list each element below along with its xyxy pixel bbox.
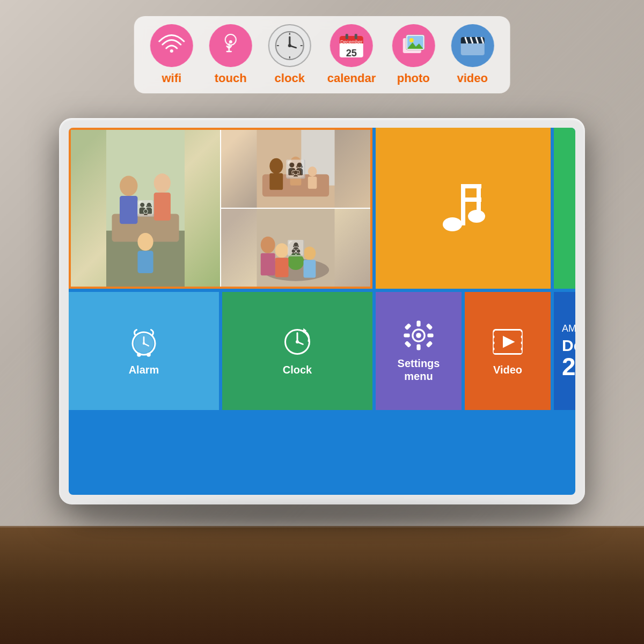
svg-rect-62	[477, 184, 481, 221]
tile-music[interactable]	[376, 128, 551, 289]
svg-rect-93	[427, 333, 433, 337]
svg-text:December: December	[340, 39, 363, 45]
feature-wifi[interactable]: wifi	[150, 24, 193, 85]
svg-point-35	[290, 157, 302, 170]
tile-clock[interactable]: Clock	[222, 292, 372, 410]
weather-sun-cloud-icon	[570, 136, 575, 200]
svg-point-5	[288, 44, 291, 47]
tile-video[interactable]: Video	[465, 292, 551, 410]
photo-label: photo	[397, 71, 430, 85]
svg-rect-90	[416, 320, 420, 326]
svg-text:25: 25	[346, 48, 357, 58]
svg-point-80	[143, 342, 145, 345]
photo-icon	[399, 32, 427, 60]
photo-cell-1	[221, 130, 370, 208]
settings-gear-icon	[402, 319, 435, 352]
svg-rect-38	[308, 177, 317, 189]
svg-rect-95	[426, 323, 433, 330]
svg-point-53	[304, 246, 316, 260]
svg-point-33	[269, 158, 283, 174]
svg-rect-103	[518, 332, 522, 336]
weather-icon-container	[554, 136, 575, 200]
wifi-icon	[158, 32, 185, 59]
datetime-day: 25	[562, 354, 575, 379]
svg-rect-99	[494, 332, 498, 336]
svg-rect-52	[275, 258, 289, 277]
features-strip: wifi touch clock	[134, 16, 510, 93]
video-clapboard-icon	[458, 32, 486, 60]
tile-settings[interactable]: Settings menu	[376, 292, 462, 410]
family-photo-1	[221, 130, 370, 208]
calendar-icon: 25 December	[338, 32, 365, 60]
svg-point-46	[137, 233, 153, 251]
svg-point-50	[287, 253, 304, 270]
svg-rect-101	[494, 344, 498, 348]
svg-rect-16	[355, 34, 357, 39]
clock-label: clock	[275, 71, 305, 85]
family-photo-2	[71, 130, 220, 287]
tile-datetime[interactable]: AM 9:00 December 25	[554, 292, 575, 410]
tablet-device: Weather forecast Alarm	[59, 118, 585, 504]
svg-point-86	[296, 340, 299, 343]
calendar-icon-circle: 25 December	[330, 24, 373, 67]
svg-rect-36	[290, 170, 302, 186]
feature-touch[interactable]: touch	[209, 24, 252, 85]
svg-rect-45	[154, 193, 171, 221]
tile-weather[interactable]: Weather forecast	[554, 128, 575, 289]
datetime-time: AM 9:00	[562, 323, 575, 334]
svg-rect-59	[461, 184, 465, 225]
touch-icon-circle	[209, 24, 252, 67]
feature-photo[interactable]: photo	[392, 24, 435, 85]
tablet-screen: Weather forecast Alarm	[69, 128, 575, 495]
clock-tile-icon	[281, 326, 313, 358]
svg-point-89	[416, 333, 421, 338]
music-note-icon	[428, 173, 498, 243]
alarm-label: Alarm	[129, 363, 159, 376]
svg-marker-107	[503, 336, 515, 348]
svg-point-37	[308, 166, 317, 177]
clock-icon-circle	[268, 24, 311, 67]
photo-cell-2	[71, 130, 220, 287]
svg-rect-97	[426, 341, 433, 348]
feature-calendar[interactable]: 25 December calendar	[327, 24, 376, 85]
tile-alarm[interactable]: Alarm	[69, 292, 219, 410]
alarm-clock-icon	[128, 326, 160, 358]
svg-rect-43	[120, 196, 137, 224]
svg-rect-102	[494, 350, 498, 353]
svg-rect-105	[518, 344, 522, 348]
svg-point-55	[261, 237, 275, 253]
tile-photos[interactable]	[69, 128, 372, 289]
feature-video[interactable]: video	[451, 24, 494, 85]
svg-rect-15	[346, 34, 348, 39]
svg-rect-92	[404, 333, 409, 337]
clock-label-tile: Clock	[283, 363, 312, 376]
svg-rect-47	[137, 251, 153, 273]
svg-rect-104	[518, 338, 522, 342]
calendar-label: calendar	[327, 71, 376, 85]
touch-icon	[217, 32, 244, 59]
svg-point-57	[443, 217, 462, 231]
svg-rect-56	[261, 253, 275, 275]
photo-cell-3	[221, 209, 370, 287]
svg-rect-100	[494, 338, 498, 342]
video-label: video	[457, 71, 488, 85]
video-label: Video	[493, 363, 522, 376]
svg-rect-94	[404, 323, 411, 330]
table-surface	[0, 526, 644, 644]
svg-point-21	[409, 38, 413, 42]
svg-rect-34	[269, 173, 283, 190]
svg-point-0	[229, 40, 232, 43]
svg-point-82	[147, 353, 151, 357]
svg-rect-91	[416, 344, 420, 350]
feature-clock[interactable]: clock	[268, 24, 311, 85]
photo-icon-circle	[392, 24, 435, 67]
settings-label: Settings menu	[398, 357, 440, 383]
svg-point-44	[154, 173, 171, 192]
wifi-label: wifi	[162, 71, 181, 85]
clock-analog-icon	[275, 31, 305, 61]
wifi-icon-circle	[150, 24, 193, 67]
svg-rect-106	[518, 350, 522, 353]
svg-point-81	[137, 353, 141, 357]
touch-label: touch	[215, 71, 247, 85]
svg-rect-54	[304, 260, 316, 277]
